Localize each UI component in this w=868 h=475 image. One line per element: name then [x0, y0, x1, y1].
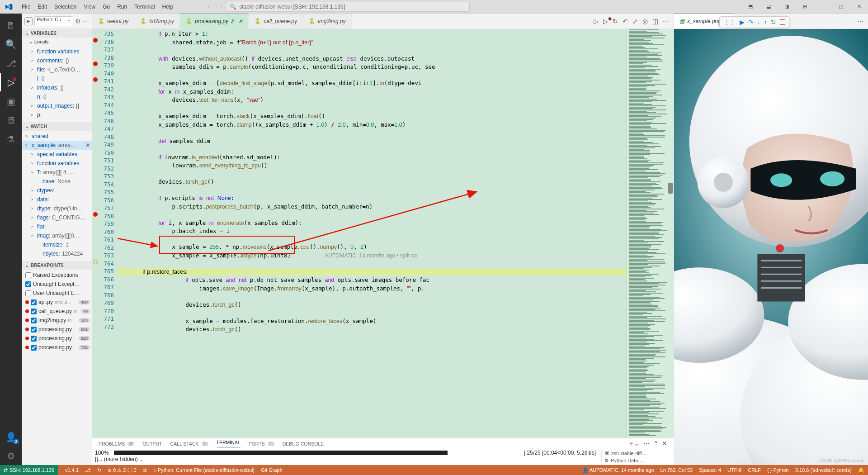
bp-checkbox[interactable] [25, 281, 31, 287]
panel-maximize-icon[interactable]: ^ [654, 440, 657, 448]
bp-checkbox[interactable] [31, 309, 37, 314]
activity-explorer-icon[interactable]: 🗎 [0, 16, 22, 34]
continue-icon[interactable]: ▶ [740, 19, 745, 26]
var-row[interactable]: >file: <_io.TextIO… [22, 65, 92, 74]
bp-exception-row[interactable]: Uncaught Except… [22, 280, 92, 289]
step-out-icon[interactable]: ↑ [764, 19, 767, 26]
watch-row[interactable]: >T: array([[[ 4, … [22, 168, 92, 177]
panel-tab[interactable]: OUTPUT [142, 441, 162, 446]
scrollbar[interactable] [667, 29, 674, 438]
watch-row[interactable]: >imag: array([[[0,… [22, 231, 92, 240]
locals-header[interactable]: ⌄Locals [22, 38, 92, 46]
minimap[interactable] [627, 29, 667, 438]
terminal-entry[interactable]: ⚙Python Debu… [604, 457, 671, 464]
bp-file-row[interactable]: processing.py 620 [22, 334, 92, 343]
status-language[interactable]: { } Python [767, 467, 789, 473]
bp-checkbox[interactable] [25, 272, 31, 278]
restart-debug-icon[interactable]: ↻ [771, 19, 776, 26]
step-over-icon[interactable]: ↷ [748, 19, 754, 26]
watch-row[interactable]: >shared: [22, 132, 92, 141]
activity-extensions-icon[interactable]: ▣ [0, 92, 22, 110]
var-row[interactable]: >function variables [22, 47, 92, 56]
layout-left-icon[interactable]: ⬒ [741, 4, 760, 10]
menu-terminal[interactable]: Terminal [131, 4, 158, 10]
watch-row[interactable]: vx_sample: array…✕ [22, 141, 92, 150]
revert-icon[interactable]: ↶ [623, 18, 628, 25]
bp-file-row[interactable]: img2img.py m103 [22, 316, 92, 325]
debug-more-icon[interactable]: ⋯ [83, 18, 89, 25]
window-maximize-icon[interactable]: ▢ [832, 4, 850, 10]
menu-view[interactable]: View [80, 4, 99, 10]
panel-tab[interactable]: PORTS1 [249, 441, 274, 446]
bp-file-row[interactable]: call_queue.py m49 [22, 307, 92, 316]
editor-tab[interactable]: 🐍img2img.py [303, 14, 351, 28]
activity-search-icon[interactable]: 🔍 [0, 35, 22, 53]
stop-debug-icon[interactable] [780, 19, 785, 25]
status-git-branch[interactable]: ⎇ [85, 467, 91, 473]
scrollbar-thumb[interactable] [668, 183, 673, 194]
more-icon[interactable]: ⋯ [663, 18, 669, 25]
var-row[interactable]: >output_images: [] [22, 101, 92, 110]
terminal-body[interactable]: 100% | 25/25 [00:04<00:00, 5.26it/s] [].… [92, 449, 674, 465]
nav-forward-icon[interactable]: → [215, 4, 226, 10]
bp-checkbox[interactable] [31, 327, 37, 332]
tab-close-icon[interactable]: ✕ [238, 18, 243, 24]
activity-settings-icon[interactable]: ⚙ [0, 447, 22, 465]
watch-row[interactable]: >flags: C_CONTIG… [22, 213, 92, 222]
watch-row[interactable]: base: None [22, 177, 92, 186]
debug-config-select[interactable]: Python: Cu ⌄ [34, 16, 73, 26]
status-encoding[interactable]: UTF-8 [727, 467, 741, 473]
window-minimize-icon[interactable]: — [814, 4, 832, 10]
toolbar-grip-icon[interactable]: ⋮⋮ [723, 19, 736, 26]
window-close-icon[interactable]: ✕ [850, 4, 868, 10]
status-port[interactable]: ⧉ [143, 467, 146, 473]
status-notifications-icon[interactable]: 🔔 [858, 467, 864, 473]
status-version[interactable]: v1.4.1 [65, 467, 79, 473]
watch-header[interactable]: ⌄WATCH [22, 122, 92, 131]
var-row[interactable]: >comments: {} [22, 56, 92, 65]
watch-row[interactable]: itemsize: 1 [22, 240, 92, 249]
layout-right-icon[interactable]: ◨ [778, 4, 796, 10]
panel-tab[interactable]: PROBLEMS2 [99, 441, 134, 446]
bp-checkbox[interactable] [31, 318, 37, 323]
panel-close-icon[interactable]: ✕ [662, 440, 667, 448]
panel-more-icon[interactable]: ⋯ [643, 440, 650, 448]
status-interpreter[interactable]: 3.10.6 ('sd-webui': conda) [795, 467, 852, 473]
menu-selection[interactable]: Selection [51, 4, 80, 10]
command-center[interactable]: 🔍 stable-diffusion-webui [SSH: 192.168.1… [226, 2, 470, 12]
watch-row[interactable]: >special variables [22, 150, 92, 159]
activity-debug-icon[interactable]: ▷🐞 [0, 73, 22, 91]
terminal-output[interactable]: 100% | 25/25 [00:04<00:00, 5.26it/s] [].… [92, 449, 601, 465]
var-row[interactable]: i: 0 [22, 74, 92, 83]
new-terminal-icon[interactable]: ＋⌄ [628, 440, 639, 448]
bp-checkbox[interactable] [31, 299, 37, 305]
activity-account-icon[interactable]: 👤2 [0, 428, 22, 446]
status-git-graph[interactable]: Git Graph [261, 467, 283, 473]
bp-checkbox[interactable] [31, 345, 37, 351]
breakpoints-header[interactable]: ⌄BREAKPOINTS [22, 261, 92, 270]
editor-tab[interactable]: 🐍webui.py [92, 14, 134, 28]
bp-file-row[interactable]: api.py modul…498 [22, 298, 92, 307]
watch-row[interactable]: nbytes: 1204224 [22, 249, 92, 258]
restart-icon[interactable]: ↻ [613, 18, 618, 25]
status-cursor[interactable]: Ln 762, Col 53 [660, 467, 693, 473]
menu-go[interactable]: Go [99, 4, 113, 10]
layout-bottom-icon[interactable]: ⬓ [760, 4, 778, 10]
var-row[interactable]: n: 0 [22, 92, 92, 101]
editor-tab[interactable]: 🐍processing.py 2✕ [180, 14, 249, 28]
run-icon[interactable]: ▷ [594, 18, 599, 25]
bp-exception-row[interactable]: Raised Exceptions [22, 271, 92, 280]
status-sync[interactable]: ↻ [97, 467, 101, 473]
panel-tab[interactable]: CALL STACK1 [170, 441, 208, 446]
bp-file-row[interactable]: processing.py 601 [22, 325, 92, 334]
nav-back-icon[interactable]: ← [204, 4, 215, 10]
activity-remote-icon[interactable]: 🖥 [0, 111, 22, 129]
image-more-icon[interactable]: ⋯ [857, 18, 863, 25]
editor-tab[interactable]: 🐍txt2img.py [134, 14, 180, 28]
activity-scm-icon[interactable]: ⎇ [0, 54, 22, 72]
status-remote[interactable]: ⇄ SSH: 192.168.1.136 [0, 465, 58, 475]
watch-row[interactable]: >ctypes: [22, 186, 92, 195]
line-gutter[interactable]: 735 736 737 738 739 740 741 742 743 744 … [92, 29, 118, 438]
panel-tab[interactable]: DEBUG CONSOLE [283, 441, 324, 446]
panel-tab[interactable]: TERMINAL [217, 440, 241, 447]
